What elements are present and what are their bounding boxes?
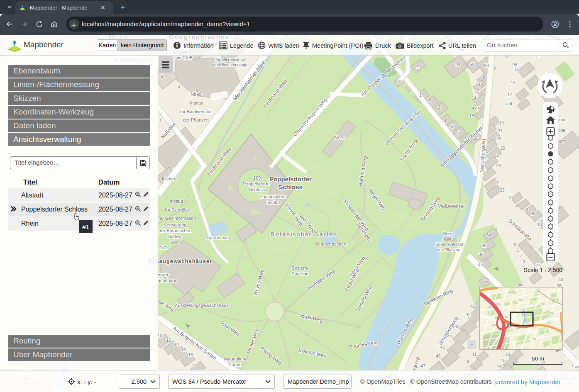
svg-text:Gärten: Gärten: [167, 234, 181, 239]
svg-text:aria-: aria-: [558, 117, 567, 122]
svg-text:14: 14: [472, 95, 476, 100]
svg-text:16: 16: [497, 364, 502, 369]
svg-text:Institut: Institut: [190, 100, 203, 105]
svg-text:45: 45: [440, 345, 445, 350]
svg-text:18: 18: [501, 358, 506, 363]
svg-text:für Biodiversität: für Biodiversität: [435, 242, 463, 247]
svg-text:urger-: urger-: [158, 272, 170, 277]
svg-text:18: 18: [188, 352, 193, 357]
svg-text:81: 81: [397, 79, 402, 84]
svg-text:Verwaltung: Verwaltung: [164, 222, 186, 227]
svg-text:6: 6: [457, 130, 460, 135]
svg-text:18: 18: [469, 113, 474, 118]
svg-text:1: 1: [159, 118, 162, 123]
svg-text:Bonn: Bonn: [170, 240, 181, 245]
svg-text:ftlichen: ftlichen: [162, 176, 176, 181]
svg-text:12: 12: [166, 338, 171, 343]
svg-text:und Biotechnologie: und Biotechnologie: [213, 63, 249, 67]
svg-text:46: 46: [436, 353, 441, 358]
svg-text:79: 79: [416, 64, 421, 69]
svg-text:31: 31: [495, 180, 500, 185]
svg-text:4: 4: [178, 84, 181, 89]
svg-text:10: 10: [478, 82, 483, 87]
svg-text:21: 21: [498, 128, 503, 133]
svg-text:11: 11: [515, 67, 519, 72]
svg-text:29: 29: [496, 163, 501, 168]
svg-text:37: 37: [478, 262, 483, 267]
svg-text:17: 17: [507, 92, 512, 97]
svg-text:System-: System-: [292, 265, 309, 270]
svg-text:6: 6: [526, 207, 528, 212]
svg-text:Nees-: Nees-: [443, 231, 454, 236]
svg-text:der Pflanzen: der Pflanzen: [437, 248, 460, 252]
svg-text:3: 3: [513, 242, 516, 247]
svg-text:91: 91: [470, 62, 475, 67]
svg-text:38: 38: [484, 278, 489, 282]
svg-text:40: 40: [558, 277, 563, 282]
svg-text:Institut: Institut: [170, 199, 183, 204]
svg-text:Schloss: Schloss: [279, 183, 303, 190]
svg-text:169: 169: [253, 175, 261, 180]
svg-text:ächshaus: ächshaus: [158, 278, 178, 283]
svg-text:6: 6: [161, 74, 163, 79]
svg-text:ode-: ode-: [558, 128, 567, 133]
svg-text:für Geodäsie: für Geodäsie: [165, 207, 191, 212]
svg-text:20: 20: [505, 352, 510, 357]
svg-text:16: 16: [181, 347, 186, 352]
svg-text:14: 14: [174, 342, 179, 347]
svg-text:33: 33: [500, 187, 505, 192]
svg-text:17a: 17a: [505, 101, 512, 106]
svg-text:Poppelsdorfer: Poppelsdorfer: [269, 175, 312, 183]
svg-text:12: 12: [474, 88, 479, 93]
svg-text:Melbweiher: Melbweiher: [437, 203, 465, 209]
svg-text:36: 36: [479, 252, 484, 257]
svg-text:8: 8: [532, 211, 534, 216]
svg-text:für Mikrobiologie: für Mikrobiologie: [215, 58, 246, 62]
svg-text:27: 27: [496, 153, 501, 158]
svg-text:eim: eim: [559, 139, 566, 144]
svg-text:Botanischer Garten: Botanischer Garten: [270, 231, 337, 238]
svg-text:9: 9: [467, 359, 469, 364]
svg-text:Nees: Nees: [334, 135, 346, 141]
svg-text:95: 95: [512, 62, 517, 67]
svg-text:41: 41: [470, 304, 475, 309]
svg-text:7: 7: [464, 136, 467, 141]
svg-text:10: 10: [537, 222, 542, 227]
svg-text:3: 3: [438, 105, 440, 110]
svg-text:Pavillion: Pavillion: [292, 271, 309, 276]
svg-text:nd Geoinformation: nd Geoinformation: [159, 216, 196, 221]
svg-text:34: 34: [486, 232, 491, 237]
svg-text:2: 2: [509, 195, 511, 200]
svg-text:171: 171: [160, 245, 167, 250]
svg-text:4: 4: [515, 203, 518, 208]
svg-text:5: 5: [451, 124, 453, 129]
svg-text:25: 25: [500, 146, 505, 151]
svg-text:2: 2: [192, 363, 195, 368]
svg-text:Poppelsdorfer: Poppelsdorfer: [243, 181, 271, 186]
svg-text:43: 43: [454, 324, 459, 329]
svg-text:Laube: Laube: [229, 362, 242, 367]
svg-text:Ausstellungsgewächshaus: Ausstellungsgewächshaus: [175, 303, 229, 308]
svg-text:im GlUB: im GlUB: [177, 56, 193, 60]
svg-text:89: 89: [484, 63, 489, 68]
svg-text:19: 19: [499, 120, 504, 125]
svg-text:Schloss: Schloss: [249, 187, 265, 192]
svg-text:170: 170: [193, 90, 201, 95]
svg-text:der Botanischen: der Botanischen: [159, 228, 192, 233]
svg-text:2: 2: [429, 98, 431, 103]
svg-text:9: 9: [523, 259, 525, 264]
svg-text:20: 20: [474, 136, 479, 141]
svg-text:Lyrabecken: Lyrabecken: [207, 235, 230, 240]
svg-text:Institut: Institut: [442, 237, 455, 241]
svg-text:für Biodiversität: für Biodiversität: [180, 109, 212, 114]
svg-text:44: 44: [447, 334, 452, 339]
svg-text:4: 4: [444, 118, 446, 123]
svg-text:der Pflanzen: der Pflanzen: [183, 117, 209, 122]
svg-text:1: 1: [419, 93, 422, 97]
svg-text:8: 8: [483, 75, 485, 80]
svg-text:5: 5: [516, 248, 519, 253]
svg-text:11: 11: [472, 352, 477, 357]
svg-text:1: 1: [495, 226, 497, 231]
svg-text:35: 35: [481, 243, 486, 248]
svg-text:7: 7: [520, 253, 522, 258]
